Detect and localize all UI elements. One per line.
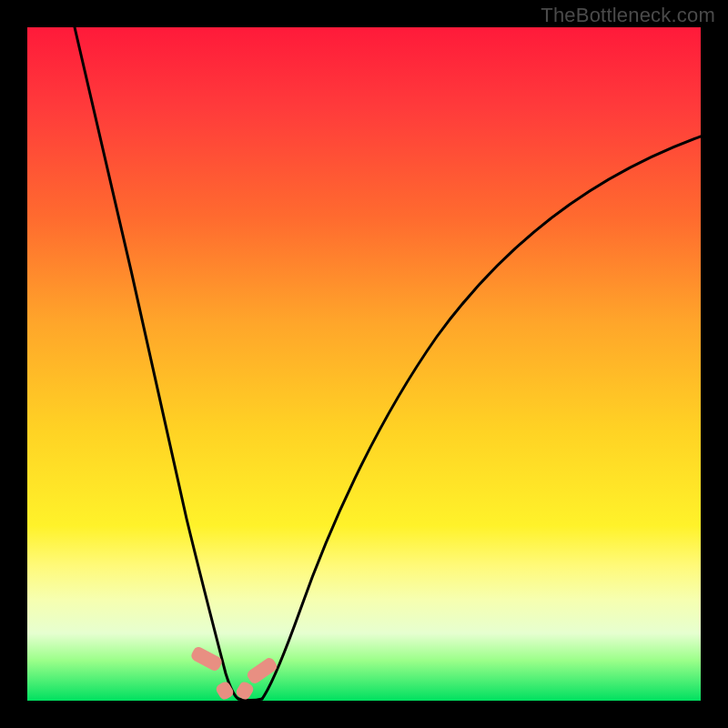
watermark-text: TheBottleneck.com [541, 4, 715, 27]
curve-valley [238, 699, 262, 701]
curve-right-branch [262, 136, 701, 699]
curve-left-branch [75, 27, 238, 699]
bottleneck-curve [27, 27, 701, 701]
chart-plot-area [27, 27, 701, 701]
